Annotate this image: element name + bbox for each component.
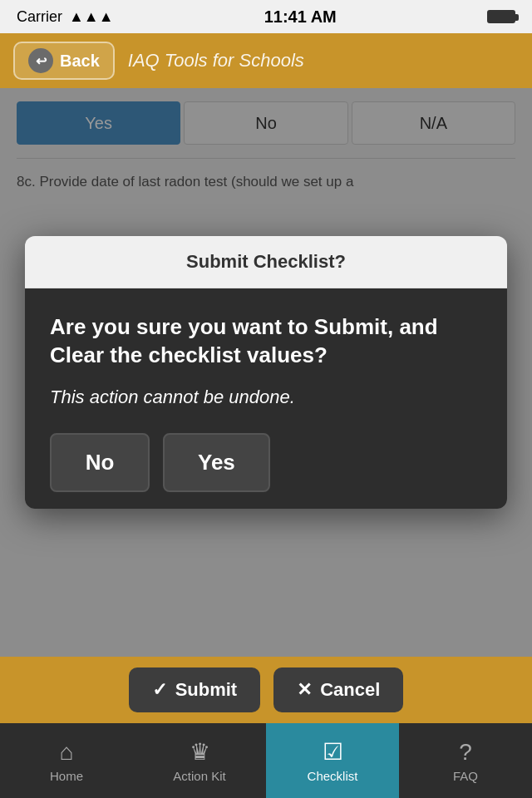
- tab-checklist[interactable]: ☑ Checklist: [266, 723, 399, 798]
- main-content: Yes No N/A 8c. Provide date of last rado…: [0, 88, 532, 657]
- back-button[interactable]: ↩ Back: [13, 42, 115, 80]
- wifi-icon: ▲▲▲: [69, 8, 113, 26]
- tab-action-kit-label: Action Kit: [173, 769, 225, 783]
- modal-buttons: No Yes: [50, 433, 482, 492]
- modal-dialog: Submit Checklist? Are you sure you want …: [25, 236, 507, 509]
- nav-bar: ↩ Back IAQ Tools for Schools: [0, 33, 532, 88]
- carrier-label: Carrier: [17, 8, 62, 26]
- times-icon: ✕: [297, 679, 312, 701]
- back-arrow-icon: ↩: [28, 48, 53, 73]
- status-time: 11:41 AM: [264, 7, 337, 27]
- submit-button[interactable]: ✓ Submit: [129, 667, 261, 712]
- modal-question: Are you sure you want to Submit, and Cle…: [50, 313, 482, 370]
- tab-faq-label: FAQ: [453, 769, 478, 783]
- tab-action-kit[interactable]: ♛ Action Kit: [133, 723, 266, 798]
- tab-home-label: Home: [50, 769, 83, 783]
- status-left: Carrier ▲▲▲: [17, 8, 113, 26]
- modal-no-button[interactable]: No: [50, 433, 150, 492]
- back-label: Back: [60, 52, 100, 71]
- tab-faq[interactable]: ? FAQ: [399, 723, 532, 798]
- status-bar: Carrier ▲▲▲ 11:41 AM: [0, 0, 532, 33]
- checklist-icon: ☑: [323, 738, 343, 766]
- nav-title: IAQ Tools for Schools: [128, 50, 304, 71]
- modal-title: Submit Checklist?: [186, 251, 346, 272]
- battery-icon: [487, 10, 515, 23]
- tab-bar: ⌂ Home ♛ Action Kit ☑ Checklist ? FAQ: [0, 723, 532, 798]
- cancel-label: Cancel: [320, 679, 380, 701]
- cancel-button[interactable]: ✕ Cancel: [273, 667, 403, 712]
- modal-overlay: Submit Checklist? Are you sure you want …: [0, 88, 532, 657]
- modal-warning: This action cannot be undone.: [50, 387, 482, 408]
- action-bar: ✓ Submit ✕ Cancel: [0, 657, 532, 723]
- tab-checklist-label: Checklist: [308, 769, 358, 783]
- faq-icon: ?: [459, 739, 472, 766]
- action-kit-icon: ♛: [190, 738, 210, 766]
- tab-home[interactable]: ⌂ Home: [0, 723, 133, 798]
- home-icon: ⌂: [60, 739, 74, 766]
- check-icon: ✓: [152, 679, 167, 701]
- modal-header: Submit Checklist?: [25, 236, 507, 288]
- modal-body: Are you sure you want to Submit, and Cle…: [25, 288, 507, 509]
- status-right: [487, 10, 515, 23]
- modal-yes-button[interactable]: Yes: [163, 433, 270, 492]
- submit-label: Submit: [175, 679, 238, 701]
